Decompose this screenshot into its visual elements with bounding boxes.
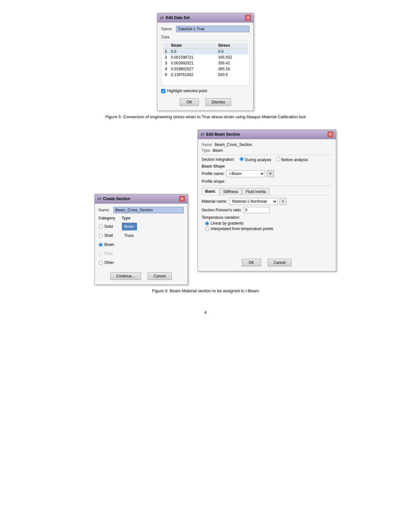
- separator-1: [202, 155, 332, 155]
- row-strain-1: 0.001598721: [169, 54, 216, 60]
- during-analysis-text: During analysis: [245, 158, 271, 162]
- radio-beam-input[interactable]: [99, 243, 103, 247]
- beam-shape-label: Beam Shape: [202, 164, 332, 169]
- tab-fluid-inertia[interactable]: Fluid Inertia: [242, 188, 269, 195]
- highlight-row: Highlight selected point: [161, 89, 250, 93]
- name-label: Name:: [161, 27, 174, 31]
- type-truss[interactable]: Truss: [122, 232, 137, 239]
- radio-other: Other: [99, 259, 115, 266]
- name-input[interactable]: [176, 26, 250, 32]
- dialog-buttons: OK Dismiss: [161, 96, 250, 107]
- row-num-4: 5: [163, 72, 169, 78]
- tab-stiffness[interactable]: Stiffness: [220, 188, 242, 195]
- material-name-label: Material name:: [202, 199, 227, 204]
- eb-type-label: Type:: [202, 148, 211, 153]
- radio-shell-input[interactable]: [99, 234, 103, 238]
- during-analysis-label: During analysis: [240, 157, 271, 162]
- radio-solid: Solid: [99, 223, 115, 230]
- eb-cancel-button[interactable]: Cancel: [268, 259, 292, 266]
- eb-type-value: Beam: [213, 148, 223, 153]
- type-beam[interactable]: Beam: [122, 223, 137, 230]
- row-strain-2: 0.003992021: [169, 60, 216, 66]
- profile-shape-label: Profile shape:: [202, 179, 225, 184]
- row-stress-1: 345.552: [216, 54, 248, 60]
- edit-beam-wrapper: ⇄ Edit Beam Section ✕ Name: Beam_Cross_S…: [198, 130, 336, 271]
- row-stress-0: 0.0: [216, 49, 248, 55]
- type-col: Type Beam Truss: [122, 216, 137, 266]
- radio-beam: Beam: [99, 241, 115, 248]
- edit-dataset-title: Edit Data Set: [166, 15, 190, 20]
- edit-beam-dialog: ⇄ Edit Beam Section ✕ Name: Beam_Cross_S…: [198, 130, 336, 271]
- row-stress-3: 365.16: [216, 66, 248, 72]
- row-num-3: 4: [163, 66, 169, 72]
- eb-name-value: Beam_Cross_Section: [215, 142, 252, 147]
- cs-name-row: Name:: [99, 207, 184, 213]
- separator-2: [202, 186, 332, 186]
- col-num: [163, 43, 169, 49]
- before-analysis-label: Before analysis: [276, 157, 308, 162]
- radio-fluid-input[interactable]: [99, 252, 103, 256]
- row-num-0: 1: [163, 49, 169, 55]
- create-section-close[interactable]: ✕: [179, 196, 185, 202]
- type-header: Type: [122, 216, 137, 220]
- profile-name-select[interactable]: I-Beam: [226, 170, 265, 177]
- highlight-label: Highlight selected point: [167, 89, 207, 93]
- dismiss-button[interactable]: Dismiss: [205, 98, 231, 106]
- interpolated-radio[interactable]: [205, 227, 209, 231]
- edit-material-icon[interactable]: ✎: [279, 198, 287, 205]
- linear-gradients-row: Linear by gradients: [205, 221, 332, 226]
- cs-name-input[interactable]: [113, 207, 184, 213]
- page-content: ⇄ Edit Data Set ✕ Name: Data St: [13, 13, 398, 315]
- data-table: Strain Stress 1 0.0 0.0 2 0.001598721 34…: [163, 43, 248, 78]
- section-integration-row: Section integration: During analysis Bef…: [202, 157, 332, 162]
- eb-close-button[interactable]: ✕: [328, 131, 333, 137]
- interpolated-row: Interpolated from temperature points: [205, 227, 332, 231]
- figure-6-caption: Figure 6: Beam Material section to be as…: [152, 288, 259, 294]
- col-stress: Stress: [216, 43, 248, 49]
- profile-name-label: Profile name:: [202, 171, 225, 176]
- radio-other-input[interactable]: [99, 261, 103, 265]
- create-section-title: Create Section: [103, 197, 130, 201]
- figure-5-caption: Figure 5: Conversion of engineering stre…: [105, 114, 306, 120]
- figure-6-wrapper: ⇄ Create Section ✕ Name: Category: [75, 130, 336, 285]
- row-num-2: 3: [163, 60, 169, 66]
- create-section-titlebar: ⇄ Create Section ✕: [95, 194, 188, 204]
- section-integration-label: Section integration:: [202, 157, 235, 162]
- material-name-select[interactable]: Material-1-Nonlinear: [229, 198, 278, 205]
- eb-dialog-icon: ⇄: [201, 132, 204, 137]
- temp-variation-label: Temperature variation:: [202, 215, 332, 220]
- radio-solid-label: Solid: [104, 224, 113, 229]
- ok-button[interactable]: OK: [180, 98, 199, 106]
- create-section-dialog: ⇄ Create Section ✕ Name: Category: [94, 194, 188, 285]
- before-analysis-radio[interactable]: [276, 157, 280, 161]
- radio-solid-input[interactable]: [99, 225, 103, 229]
- radio-beam-label: Beam: [104, 242, 114, 247]
- linear-gradients-radio[interactable]: [205, 221, 209, 226]
- edit-beam-body: Name: Beam_Cross_Section Type: Beam Sect…: [198, 139, 336, 271]
- before-analysis-text: Before analysis: [281, 158, 308, 162]
- profile-add-button[interactable]: +: [267, 170, 274, 177]
- continue-button[interactable]: Continue...: [110, 272, 141, 280]
- tab-basic[interactable]: Basic: [202, 188, 219, 195]
- close-button[interactable]: ✕: [245, 15, 251, 21]
- col-strain: Strain: [169, 43, 216, 49]
- poisson-input[interactable]: [244, 207, 269, 213]
- eb-name-label: Name:: [202, 142, 213, 147]
- row-stress-2: 356.42: [216, 60, 248, 66]
- highlight-checkbox[interactable]: [161, 89, 165, 93]
- cs-buttons: Continue... Cancel: [99, 270, 184, 281]
- material-name-row: Material name: Material-1-Nonlinear ✎: [202, 198, 332, 205]
- radio-shell: Shell: [99, 232, 115, 239]
- during-analysis-radio[interactable]: [240, 157, 244, 161]
- create-section-wrapper: ⇄ Create Section ✕ Name: Category: [94, 194, 188, 285]
- create-dialog-icon: ⇄: [97, 196, 101, 201]
- figure-5-area: ⇄ Edit Data Set ✕ Name: Data St: [105, 13, 306, 120]
- poisson-label: Section Poisson's ratio:: [202, 208, 242, 212]
- row-strain-3: 0.019802627: [169, 66, 216, 72]
- eb-ok-button[interactable]: OK: [242, 259, 261, 266]
- profile-name-row: Profile name: I-Beam +: [202, 170, 332, 177]
- radio-other-label: Other: [104, 260, 114, 265]
- dialog-icon: ⇄: [160, 15, 164, 20]
- cs-cancel-button[interactable]: Cancel: [148, 272, 172, 280]
- category-header: Category: [99, 216, 115, 220]
